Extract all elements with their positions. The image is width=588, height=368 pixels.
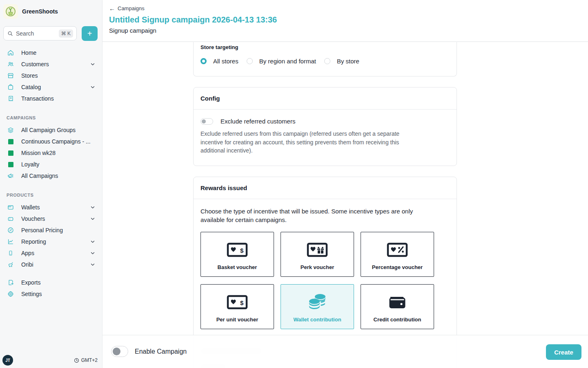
sidebar-item-label: Exports <box>21 279 40 286</box>
sidebar-item-exports[interactable]: Exports <box>0 277 102 288</box>
sidebar-item-vouchers[interactable]: Vouchers <box>0 213 102 224</box>
rewards-title: Rewards issued <box>200 184 450 191</box>
greenshoots-logo-icon <box>3 4 18 19</box>
sidebar-item-customers[interactable]: Customers <box>0 58 102 70</box>
campaigns-section-label: CAMPAIGNS <box>7 115 36 120</box>
campaign-group-square-icon <box>7 150 14 156</box>
oribi-antelope-icon <box>7 261 14 268</box>
page-subtitle: Signup campaign <box>109 27 156 34</box>
search-row: ⌘ K + <box>3 26 98 41</box>
page-header: ← Campaigns Untitled Signup campaign 202… <box>102 0 588 42</box>
sidebar-item-catalog[interactable]: Catalog <box>0 81 102 93</box>
campaign-group-square-icon <box>7 138 14 145</box>
chevron-down-icon <box>90 262 95 267</box>
content-scroll-area[interactable]: Store targeting All stores By region and… <box>102 42 588 368</box>
layers-icon <box>7 127 14 133</box>
products-section-label: PRODUCTS <box>7 193 34 197</box>
radio-by-region-and-format[interactable]: By region and format <box>247 58 316 65</box>
tile-perk-voucher[interactable]: Perk voucher <box>281 232 354 277</box>
sidebar-item-label: Customers <box>21 61 49 67</box>
percent-badge-icon <box>7 227 14 233</box>
tile-label: Perk voucher <box>301 264 334 270</box>
store-targeting-label: Store targeting <box>200 44 450 50</box>
sidebar: GreenShoots ⌘ K + Home Customers Stores … <box>0 0 102 368</box>
chevron-down-icon <box>90 62 95 67</box>
toggle-off-icon[interactable] <box>111 346 128 357</box>
sidebar-item-mission-wk28[interactable]: Mission wk28 <box>0 147 102 159</box>
user-avatar[interactable]: JT <box>2 355 13 366</box>
search-input-wrapper[interactable]: ⌘ K <box>3 26 77 40</box>
toggle-off-icon[interactable] <box>200 118 213 125</box>
brand-row[interactable]: GreenShoots <box>3 4 58 19</box>
gear-icon <box>7 291 14 297</box>
sidebar-item-label: Stores <box>21 72 38 79</box>
sidebar-item-stores[interactable]: Stores <box>0 70 102 81</box>
incentive-tile-grid: $ Basket voucher <box>200 232 450 329</box>
sidebar-item-all-campaigns[interactable]: All Campaigns <box>0 170 102 182</box>
search-input[interactable] <box>16 30 59 37</box>
tile-label: Wallet contribution <box>293 316 341 323</box>
tile-label: Credit contribution <box>374 316 421 323</box>
coins-icon <box>307 293 327 312</box>
tile-per-unit-voucher[interactable]: $ Per unit voucher <box>200 284 274 329</box>
enable-campaign-toggle-row[interactable]: Enable Campaign <box>111 346 187 357</box>
mobile-icon <box>7 250 14 256</box>
store-icon <box>7 72 14 79</box>
customers-icon <box>7 61 14 67</box>
back-arrow-icon: ← <box>109 5 115 12</box>
sidebar-item-label: Transactions <box>21 95 54 102</box>
sidebar-item-label: All Campaign Groups <box>21 127 76 133</box>
sidebar-item-transactions[interactable]: Transactions <box>0 93 102 104</box>
sidebar-item-label: Home <box>21 49 36 56</box>
chevron-down-icon <box>90 239 95 244</box>
campaign-group-square-icon <box>7 161 14 168</box>
tile-percentage-voucher[interactable]: Percentage voucher <box>361 232 434 277</box>
voucher-gift-icon <box>306 240 328 259</box>
enable-campaign-label: Enable Campaign <box>135 348 187 355</box>
tile-credit-contribution[interactable]: Credit contribution <box>361 284 434 329</box>
breadcrumb[interactable]: ← Campaigns <box>109 5 145 12</box>
chart-icon <box>7 238 14 245</box>
sidebar-item-label: Personal Pricing <box>21 227 63 233</box>
breadcrumb-label: Campaigns <box>118 5 145 11</box>
sidebar-item-settings[interactable]: Settings <box>0 288 102 300</box>
radio-selected-icon[interactable] <box>200 58 207 64</box>
tile-label: Per unit voucher <box>216 316 258 323</box>
rewards-card-header: Rewards issued <box>194 177 457 199</box>
ticket-icon <box>7 215 14 222</box>
sidebar-item-label: Apps <box>21 250 34 256</box>
exclude-referred-toggle-row[interactable]: Exclude referred customers <box>200 118 450 125</box>
sidebar-item-reporting[interactable]: Reporting <box>0 236 102 247</box>
sidebar-item-home[interactable]: Home <box>0 47 102 58</box>
sidebar-item-apps[interactable]: Apps <box>0 247 102 259</box>
radio-by-store[interactable]: By store <box>324 58 359 65</box>
sidebar-item-all-campaign-groups[interactable]: All Campaign Groups <box>0 124 102 136</box>
sidebar-item-loyalty[interactable]: Loyalty <box>0 159 102 170</box>
radio-label: By store <box>337 58 359 65</box>
receipt-icon <box>7 95 14 102</box>
config-card: Config Exclude referred customers Exclud… <box>193 87 457 166</box>
sidebar-item-continuous-campaigns[interactable]: Continuous Campaigns - ... <box>0 136 102 147</box>
toggle-label: Exclude referred customers <box>220 118 295 125</box>
add-button[interactable]: + <box>82 26 98 41</box>
sidebar-item-personal-pricing[interactable]: Personal Pricing <box>0 224 102 236</box>
config-card-header: Config <box>194 88 457 110</box>
chevron-down-icon <box>90 216 95 221</box>
radio-label: All stores <box>213 58 238 65</box>
voucher-dollar-icon: $ <box>226 240 248 259</box>
create-button[interactable]: Create <box>546 344 581 360</box>
tile-wallet-contribution[interactable]: Wallet contribution <box>281 284 354 329</box>
radio-unselected-icon[interactable] <box>324 58 330 64</box>
sidebar-item-label: Reporting <box>21 238 46 245</box>
sidebar-item-label: Oribi <box>21 261 33 268</box>
radio-unselected-icon[interactable] <box>247 58 253 64</box>
store-targeting-options: All stores By region and format By store <box>200 58 450 65</box>
tile-basket-voucher[interactable]: $ Basket voucher <box>200 232 274 277</box>
sidebar-item-wallets[interactable]: Wallets <box>0 202 102 213</box>
timezone-row: GMT+2 <box>74 357 98 363</box>
store-targeting-card: Store targeting All stores By region and… <box>193 42 457 76</box>
radio-all-stores[interactable]: All stores <box>200 58 238 65</box>
radio-label: By region and format <box>259 58 316 65</box>
sidebar-item-oribi[interactable]: Oribi <box>0 259 102 270</box>
page-title: Untitled Signup campaign 2026-04-13 13:3… <box>109 15 277 25</box>
